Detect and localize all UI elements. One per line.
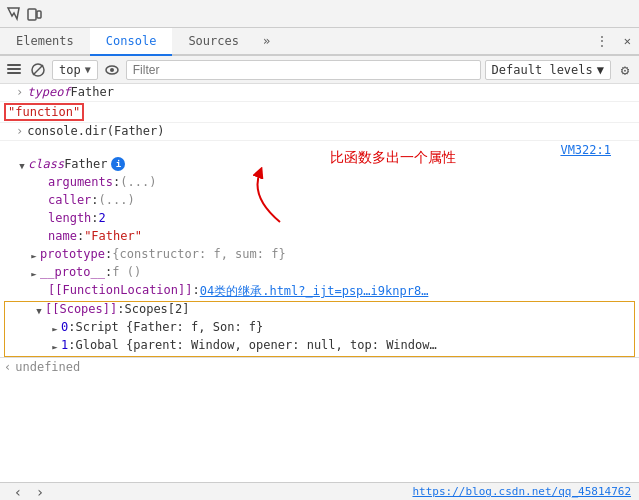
arguments-key: arguments [48, 175, 113, 189]
scope0-triangle[interactable] [49, 320, 61, 338]
nav-back-icon[interactable]: ‹ [8, 482, 28, 501]
prompt-icon: › [16, 85, 23, 99]
devtools-menu-button[interactable]: ⋮ [588, 28, 616, 54]
caller-colon: : [91, 193, 98, 207]
typeof-operand: Father [71, 85, 114, 99]
function-value-box: "function" [4, 103, 84, 121]
scopes-line[interactable]: [[Scopes]] : Scopes[2] [5, 302, 634, 320]
svg-line-6 [33, 65, 43, 75]
clear-console-button[interactable] [4, 60, 24, 80]
more-tabs-button[interactable]: » [255, 28, 278, 54]
length-val: 2 [99, 211, 106, 225]
scope1-triangle[interactable] [49, 338, 61, 356]
class-keyword: class [28, 157, 64, 171]
caller-key: caller [48, 193, 91, 207]
scope0-colon: : [68, 320, 75, 334]
scope1-val: Global {parent: Window, opener: null, to… [75, 338, 436, 352]
length-triangle [36, 211, 48, 229]
svg-rect-1 [37, 11, 41, 18]
block-icon[interactable] [28, 60, 48, 80]
console-output-function: "function" [0, 102, 639, 123]
dev-toolbar [0, 0, 639, 28]
caller-val: (...) [99, 193, 135, 207]
tab-elements[interactable]: Elements [0, 28, 90, 56]
scope1-line[interactable]: 1 : Global {parent: Window, opener: null… [5, 338, 634, 356]
context-arrow-icon: ▼ [85, 64, 91, 75]
nav-arrows: ‹ › [8, 482, 50, 501]
length-colon: : [91, 211, 98, 225]
console-content: › typeof Father "function" › console.dir… [0, 84, 639, 500]
svg-rect-3 [7, 68, 21, 70]
scope1-key: 1 [61, 338, 68, 352]
fn-location-colon: : [193, 283, 200, 297]
inspect-icon[interactable] [4, 4, 24, 24]
svg-rect-4 [7, 72, 21, 74]
scope0-val: Script {Father: f, Son: f} [75, 320, 263, 334]
device-icon[interactable] [24, 4, 44, 24]
tab-bar: Elements Console Sources » ⋮ ✕ [0, 28, 639, 56]
log-levels-button[interactable]: Default levels ▼ [485, 60, 611, 80]
scopes-colon: : [117, 302, 124, 316]
console-undefined-line: ‹ undefined [0, 357, 639, 376]
scope0-line[interactable]: 0 : Script {Father: f, Son: f} [5, 320, 634, 338]
undefined-output: undefined [15, 360, 80, 374]
eye-icon[interactable] [102, 60, 122, 80]
prototype-triangle[interactable] [28, 247, 40, 265]
arguments-line: arguments : (...) [0, 175, 639, 193]
tab-console[interactable]: Console [90, 28, 173, 56]
context-selector[interactable]: top ▼ [52, 60, 98, 80]
name-colon: : [77, 229, 84, 243]
svg-rect-2 [7, 64, 21, 66]
caller-line: caller : (...) [0, 193, 639, 211]
caller-triangle [36, 193, 48, 211]
fn-location-link[interactable]: 04类的继承.html?_ijt=psp…i9knpr8… [200, 283, 429, 300]
proto-val: f () [112, 265, 141, 279]
tab-sources[interactable]: Sources [172, 28, 255, 56]
arguments-colon: : [113, 175, 120, 189]
scopes-triangle[interactable] [33, 302, 45, 320]
vm-reference-link[interactable]: VM322:1 [560, 143, 611, 157]
name-triangle [36, 229, 48, 247]
status-bar: ‹ › https://blog.csdn.net/qq_45814762 [0, 482, 639, 500]
scopes-val: Scopes[2] [124, 302, 189, 316]
prototype-colon: : [105, 247, 112, 261]
nav-forward-icon[interactable]: › [30, 482, 50, 501]
dir-call: console.dir(Father) [27, 124, 164, 138]
typeof-keyword: typeof [27, 85, 70, 99]
console-input-typeof: › typeof Father [0, 84, 639, 102]
arguments-triangle [36, 175, 48, 193]
result-prompt: ‹ [4, 360, 11, 374]
class-info-icon[interactable]: i [111, 157, 125, 171]
scopes-section: [[Scopes]] : Scopes[2] 0 : Script {Fathe… [4, 301, 635, 357]
annotation-text: 比函数多出一个属性 [330, 149, 456, 167]
settings-gear-icon[interactable]: ⚙ [615, 60, 635, 80]
name-line: name : "Father" [0, 229, 639, 247]
prototype-val: {constructor: f, sum: f} [112, 247, 285, 261]
svg-point-8 [110, 68, 114, 72]
class-expand-triangle[interactable] [16, 157, 28, 175]
scopes-key: [[Scopes]] [45, 302, 117, 316]
console-toolbar: top ▼ Default levels ▼ ⚙ [0, 56, 639, 84]
fn-location-key: [[FunctionLocation]] [48, 283, 193, 297]
length-line: length : 2 [0, 211, 639, 229]
close-devtools-button[interactable]: ✕ [616, 28, 639, 54]
fn-location-triangle [36, 283, 48, 301]
class-father-line[interactable]: class Father i 比函数多出一个属性 [0, 157, 639, 175]
proto-key: __proto__ [40, 265, 105, 279]
prototype-line[interactable]: prototype : {constructor: f, sum: f} [0, 247, 639, 265]
proto-triangle[interactable] [28, 265, 40, 283]
levels-arrow-icon: ▼ [597, 63, 604, 77]
arguments-val: (...) [120, 175, 156, 189]
highlighted-value: "function" [4, 103, 84, 121]
svg-rect-0 [28, 9, 36, 20]
prompt-icon2: › [16, 124, 23, 138]
proto-line[interactable]: __proto__ : f () [0, 265, 639, 283]
function-string: "function" [8, 105, 80, 119]
name-val: "Father" [84, 229, 142, 243]
fn-location-line: [[FunctionLocation]] : 04类的继承.html?_ijt=… [0, 283, 639, 301]
length-key: length [48, 211, 91, 225]
scope0-key: 0 [61, 320, 68, 334]
filter-input[interactable] [126, 60, 481, 80]
scope1-colon: : [68, 338, 75, 352]
status-url[interactable]: https://blog.csdn.net/qq_45814762 [412, 485, 631, 498]
